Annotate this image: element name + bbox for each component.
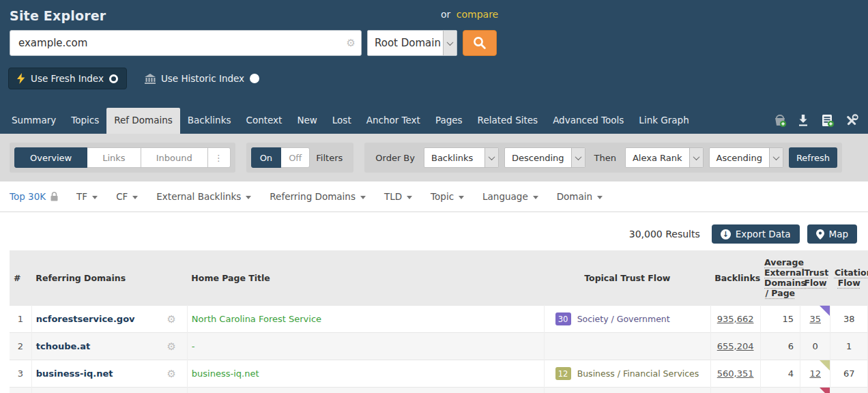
then-direction-select[interactable]: Ascending	[709, 147, 783, 168]
tab-backlinks[interactable]: Backlinks	[180, 108, 239, 134]
order-field-select[interactable]: Backlinks	[424, 147, 499, 168]
referring-domain-link[interactable]: ncforestservice.gov	[36, 314, 135, 324]
table-row: 4 olympiadsuccess.com ⚙ Online Olympiad …	[10, 388, 868, 393]
then-field-select[interactable]: Alexa Rank	[625, 147, 704, 168]
tab-advanced-tools[interactable]: Advanced Tools	[545, 108, 631, 134]
tab-anchor-text[interactable]: Anchor Text	[359, 108, 428, 134]
tab-new[interactable]: New	[289, 108, 324, 134]
fresh-index-label: Use Fresh Index	[31, 73, 104, 84]
header-citation-flow: Citation Flow	[830, 250, 868, 306]
row-gear-icon[interactable]: ⚙	[167, 368, 175, 380]
download-icon[interactable]	[797, 114, 811, 128]
top-30k-filter[interactable]: Top 30K	[10, 191, 58, 202]
avg-external-value: 4	[760, 360, 800, 388]
tab-pages[interactable]: Pages	[428, 108, 470, 134]
filter-topic[interactable]: Topic	[431, 191, 464, 202]
download-circle-icon: ↓	[721, 229, 731, 239]
triangle-down-icon	[360, 196, 366, 199]
tab-summary[interactable]: Summary	[4, 108, 63, 134]
lock-icon	[50, 192, 58, 201]
home-page-title-link[interactable]: North Carolina Forest Service	[192, 314, 540, 324]
order-direction-value: Descending	[505, 148, 571, 167]
tab-context[interactable]: Context	[238, 108, 289, 134]
tab-related-sites[interactable]: Related Sites	[470, 108, 546, 134]
chevron-down-icon	[571, 148, 585, 167]
or-text: or	[441, 9, 450, 20]
historic-index-button[interactable]: Use Historic Index	[145, 73, 259, 84]
trust-flow-value: 0	[813, 341, 818, 351]
ttf-score-badge	[555, 340, 571, 353]
header-backlinks: Backlinks	[710, 250, 760, 306]
filters-on-button[interactable]: On	[251, 147, 281, 168]
filter-cf[interactable]: CF	[116, 191, 138, 202]
results-row: 30,000 Results ↓ Export Data Map	[0, 212, 868, 250]
refresh-button[interactable]: Refresh	[789, 147, 837, 168]
add-to-bucket-icon[interactable]	[773, 114, 787, 128]
search-box: ⚙	[10, 30, 362, 56]
historic-index-radio-icon	[250, 74, 259, 83]
table-row: 1 ncforestservice.gov ⚙ North Carolina F…	[10, 306, 868, 333]
tools-icon[interactable]	[845, 114, 858, 128]
citation-flow-value: 38	[830, 306, 868, 333]
backlinks-link[interactable]: 935,662	[717, 314, 754, 324]
index-toggle-row: Use Fresh Index Use Historic Index	[8, 68, 868, 89]
segment-links[interactable]: Links	[87, 147, 141, 168]
segment-overview[interactable]: Overview	[14, 147, 87, 168]
filter-row: Top 30K TF CF External Backlinks Referri…	[0, 181, 868, 212]
row-gear-icon[interactable]: ⚙	[167, 313, 175, 325]
filter-tld[interactable]: TLD	[384, 191, 412, 202]
filter-external-backlinks[interactable]: External Backlinks	[156, 191, 251, 202]
trust-flow-corner-flag	[820, 333, 830, 343]
fresh-index-button[interactable]: Use Fresh Index	[8, 68, 127, 89]
header-referring-domains: Referring Domains	[31, 250, 187, 306]
row-gear-icon[interactable]: ⚙	[167, 340, 175, 353]
filter-tf[interactable]: TF	[76, 191, 98, 202]
backlinks-link[interactable]: 655,204	[717, 341, 754, 351]
filter-domain[interactable]: Domain	[557, 191, 603, 202]
avg-external-value: 6	[760, 333, 800, 360]
lightning-icon	[17, 73, 25, 84]
fresh-index-radio-icon	[109, 74, 118, 83]
search-input[interactable]	[10, 30, 362, 56]
app-header: Site Explorer or compare ⚙ Root Domain U…	[0, 0, 868, 134]
search-options-gear-icon[interactable]: ⚙	[347, 37, 356, 49]
filters-off-button[interactable]: Off	[281, 147, 310, 168]
citation-flow-value: 67	[830, 360, 868, 388]
scope-select[interactable]: Root Domain	[367, 30, 457, 56]
compare-area: or compare	[441, 9, 498, 20]
export-data-button[interactable]: ↓ Export Data	[712, 224, 800, 244]
backlinks-link[interactable]: 560,351	[717, 368, 754, 379]
header-home-page-title: Home Page Title	[187, 250, 544, 306]
triangle-down-icon	[597, 196, 603, 199]
home-page-title-link[interactable]: -	[192, 341, 540, 351]
create-report-icon[interactable]	[821, 114, 835, 128]
order-direction-select[interactable]: Descending	[504, 147, 585, 168]
page-title: Site Explorer	[10, 8, 858, 23]
tab-lost[interactable]: Lost	[325, 108, 359, 134]
top-30k-label: Top 30K	[10, 191, 46, 202]
scope-selected-value: Root Domain	[368, 31, 443, 55]
tab-ref-domains[interactable]: Ref Domains	[106, 108, 180, 134]
order-by-label: Order By	[369, 153, 421, 163]
referring-domain-link[interactable]: business-iq.net	[36, 368, 113, 379]
filter-referring-domains[interactable]: Referring Domains	[270, 191, 366, 202]
then-direction-value: Ascending	[710, 148, 769, 167]
tab-action-icons	[773, 114, 858, 128]
table-header: # Referring Domains Home Page Title Topi…	[10, 250, 868, 306]
chevron-down-icon	[769, 148, 783, 167]
search-button[interactable]	[463, 30, 497, 56]
filter-language[interactable]: Language	[482, 191, 538, 202]
segment-inbound[interactable]: Inbound	[141, 147, 208, 168]
tab-link-graph[interactable]: Link Graph	[631, 108, 696, 134]
row-number: 4	[10, 388, 31, 393]
chevron-down-icon	[689, 148, 703, 167]
referring-domain-link[interactable]: tchoube.at	[36, 341, 90, 351]
header-avg-external-domains: Average External Domains / Page	[760, 250, 800, 306]
tab-topics[interactable]: Topics	[63, 108, 106, 134]
segment-more-button[interactable]: ⋮	[208, 147, 231, 168]
header-trust-flow: Trust Flow	[800, 250, 830, 306]
ttf-score-badge: 12	[555, 367, 571, 380]
map-button[interactable]: Map	[807, 224, 858, 244]
home-page-title-link[interactable]: business-iq.net	[192, 368, 540, 379]
compare-link[interactable]: compare	[457, 9, 498, 20]
